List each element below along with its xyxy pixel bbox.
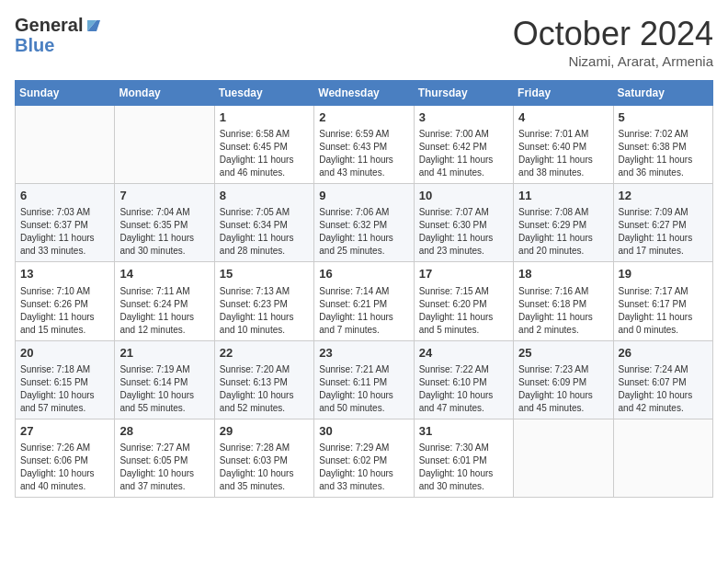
daylight-text: Daylight: 11 hours and 15 minutes.	[20, 311, 109, 337]
day-number: 22	[220, 345, 309, 362]
daylight-text: Daylight: 11 hours and 2 minutes.	[518, 311, 608, 337]
sunrise-text: Sunrise: 7:22 AM	[419, 363, 508, 376]
daylight-text: Daylight: 10 hours and 30 minutes.	[419, 467, 508, 493]
calendar-cell: 1Sunrise: 6:58 AMSunset: 6:45 PMDaylight…	[214, 106, 313, 184]
sunrise-text: Sunrise: 7:09 AM	[619, 206, 708, 219]
day-number: 30	[319, 423, 408, 440]
sunrise-text: Sunrise: 7:07 AM	[419, 206, 508, 219]
sunrise-text: Sunrise: 7:26 AM	[20, 442, 109, 454]
daylight-text: Daylight: 10 hours and 45 minutes.	[518, 389, 608, 415]
daylight-text: Daylight: 11 hours and 43 minutes.	[319, 154, 408, 179]
sunrise-text: Sunrise: 7:23 AM	[518, 363, 608, 376]
sunset-text: Sunset: 6:27 PM	[619, 219, 708, 232]
calendar-cell: 29Sunrise: 7:28 AMSunset: 6:03 PMDayligh…	[214, 419, 313, 497]
calendar-cell: 9Sunrise: 7:06 AMSunset: 6:32 PMDaylight…	[314, 184, 414, 262]
sunrise-text: Sunrise: 7:04 AM	[119, 206, 209, 219]
sunset-text: Sunset: 6:40 PM	[518, 141, 608, 154]
daylight-text: Daylight: 11 hours and 12 minutes.	[119, 311, 209, 337]
daylight-text: Daylight: 10 hours and 42 minutes.	[619, 389, 708, 415]
daylight-text: Daylight: 11 hours and 41 minutes.	[419, 154, 508, 179]
calendar-cell	[613, 419, 712, 497]
daylight-text: Daylight: 11 hours and 10 minutes.	[220, 311, 309, 337]
sunrise-text: Sunrise: 7:10 AM	[20, 285, 109, 298]
sunrise-text: Sunrise: 7:02 AM	[619, 128, 708, 141]
day-number: 14	[119, 266, 209, 282]
sunrise-text: Sunrise: 7:18 AM	[20, 363, 109, 376]
calendar-cell: 17Sunrise: 7:15 AMSunset: 6:20 PMDayligh…	[414, 262, 513, 340]
calendar-cell: 25Sunrise: 7:23 AMSunset: 6:09 PMDayligh…	[514, 340, 613, 419]
sunrise-text: Sunrise: 7:20 AM	[220, 363, 309, 376]
daylight-text: Daylight: 10 hours and 52 minutes.	[220, 389, 309, 415]
weekday-header-tuesday: Tuesday	[214, 81, 313, 106]
daylight-text: Daylight: 11 hours and 0 minutes.	[619, 311, 708, 337]
calendar-cell	[514, 419, 613, 497]
sunset-text: Sunset: 6:07 PM	[619, 376, 708, 389]
day-number: 15	[220, 266, 309, 282]
daylight-text: Daylight: 11 hours and 46 minutes.	[220, 154, 309, 179]
day-number: 12	[619, 188, 708, 204]
logo-text-general: General	[15, 15, 83, 35]
sunrise-text: Sunrise: 7:08 AM	[518, 206, 608, 219]
sunset-text: Sunset: 6:13 PM	[220, 376, 309, 389]
title-area: October 2024 Nizami, Ararat, Armenia	[513, 15, 713, 69]
sunset-text: Sunset: 6:02 PM	[319, 454, 408, 467]
day-number: 24	[419, 345, 508, 362]
sunset-text: Sunset: 6:45 PM	[220, 141, 309, 154]
day-number: 10	[419, 188, 508, 204]
logo-icon	[84, 17, 100, 33]
sunrise-text: Sunrise: 7:16 AM	[518, 285, 608, 298]
day-number: 19	[619, 266, 708, 282]
sunrise-text: Sunrise: 7:29 AM	[319, 442, 408, 454]
sunrise-text: Sunrise: 7:00 AM	[419, 128, 508, 141]
logo: General Blue	[15, 15, 100, 55]
weekday-header-friday: Friday	[514, 81, 613, 106]
weekday-header-thursday: Thursday	[414, 81, 513, 106]
calendar-cell: 26Sunrise: 7:24 AMSunset: 6:07 PMDayligh…	[613, 340, 712, 419]
day-number: 25	[518, 345, 608, 362]
sunrise-text: Sunrise: 7:24 AM	[619, 363, 708, 376]
calendar-cell: 13Sunrise: 7:10 AMSunset: 6:26 PMDayligh…	[16, 262, 115, 340]
sunrise-text: Sunrise: 7:17 AM	[619, 285, 708, 298]
sunset-text: Sunset: 6:43 PM	[319, 141, 408, 154]
day-number: 17	[419, 266, 508, 282]
day-number: 29	[220, 423, 309, 440]
sunset-text: Sunset: 6:34 PM	[220, 219, 309, 232]
sunset-text: Sunset: 6:29 PM	[518, 219, 608, 232]
sunset-text: Sunset: 6:35 PM	[119, 219, 209, 232]
day-number: 26	[619, 345, 708, 362]
sunrise-text: Sunrise: 7:19 AM	[119, 363, 209, 376]
daylight-text: Daylight: 11 hours and 20 minutes.	[518, 232, 608, 258]
sunrise-text: Sunrise: 7:28 AM	[220, 442, 309, 454]
day-number: 13	[20, 266, 109, 282]
sunrise-text: Sunrise: 7:06 AM	[319, 206, 408, 219]
day-number: 5	[619, 109, 708, 126]
day-number: 2	[319, 109, 408, 126]
calendar-cell: 22Sunrise: 7:20 AMSunset: 6:13 PMDayligh…	[214, 340, 313, 419]
sunset-text: Sunset: 6:24 PM	[119, 298, 209, 311]
calendar-cell: 10Sunrise: 7:07 AMSunset: 6:30 PMDayligh…	[414, 184, 513, 262]
sunrise-text: Sunrise: 7:14 AM	[319, 285, 408, 298]
daylight-text: Daylight: 10 hours and 55 minutes.	[119, 389, 209, 415]
calendar-cell: 30Sunrise: 7:29 AMSunset: 6:02 PMDayligh…	[314, 419, 414, 497]
day-number: 3	[419, 109, 508, 126]
calendar-cell: 12Sunrise: 7:09 AMSunset: 6:27 PMDayligh…	[613, 184, 712, 262]
daylight-text: Daylight: 11 hours and 7 minutes.	[319, 311, 408, 337]
sunrise-text: Sunrise: 7:05 AM	[220, 206, 309, 219]
sunset-text: Sunset: 6:14 PM	[119, 376, 209, 389]
daylight-text: Daylight: 11 hours and 17 minutes.	[619, 232, 708, 258]
location: Nizami, Ararat, Armenia	[513, 53, 713, 69]
sunrise-text: Sunrise: 7:21 AM	[319, 363, 408, 376]
calendar-cell: 3Sunrise: 7:00 AMSunset: 6:42 PMDaylight…	[414, 106, 513, 184]
weekday-header-saturday: Saturday	[613, 81, 712, 106]
sunset-text: Sunset: 6:32 PM	[319, 219, 408, 232]
daylight-text: Daylight: 11 hours and 30 minutes.	[119, 232, 209, 258]
sunrise-text: Sunrise: 7:30 AM	[419, 442, 508, 454]
calendar-cell: 11Sunrise: 7:08 AMSunset: 6:29 PMDayligh…	[514, 184, 613, 262]
sunset-text: Sunset: 6:01 PM	[419, 454, 508, 467]
day-number: 20	[20, 345, 109, 362]
logo-text-blue: Blue	[15, 35, 100, 55]
day-number: 6	[20, 188, 109, 204]
daylight-text: Daylight: 10 hours and 33 minutes.	[319, 467, 408, 493]
calendar-cell: 15Sunrise: 7:13 AMSunset: 6:23 PMDayligh…	[214, 262, 313, 340]
sunset-text: Sunset: 6:06 PM	[20, 454, 109, 467]
